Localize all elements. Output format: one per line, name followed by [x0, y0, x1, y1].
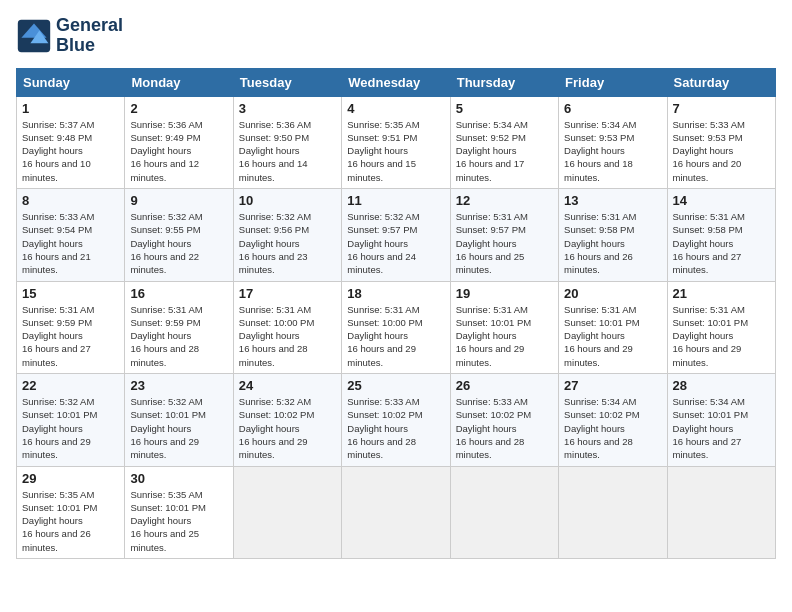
day-info: Sunrise: 5:32 AM Sunset: 9:55 PM Dayligh…	[130, 210, 227, 276]
calendar-cell: 18 Sunrise: 5:31 AM Sunset: 10:00 PM Day…	[342, 281, 450, 373]
day-info: Sunrise: 5:31 AM Sunset: 10:01 PM Daylig…	[564, 303, 661, 369]
calendar-cell: 23 Sunrise: 5:32 AM Sunset: 10:01 PM Day…	[125, 374, 233, 466]
day-number: 21	[673, 286, 770, 301]
day-info: Sunrise: 5:33 AM Sunset: 9:53 PM Dayligh…	[673, 118, 770, 184]
day-info: Sunrise: 5:33 AM Sunset: 10:02 PM Daylig…	[456, 395, 553, 461]
calendar-cell: 1 Sunrise: 5:37 AM Sunset: 9:48 PM Dayli…	[17, 96, 125, 188]
calendar-cell: 21 Sunrise: 5:31 AM Sunset: 10:01 PM Day…	[667, 281, 775, 373]
calendar-cell: 24 Sunrise: 5:32 AM Sunset: 10:02 PM Day…	[233, 374, 341, 466]
day-number: 17	[239, 286, 336, 301]
logo-icon	[16, 18, 52, 54]
calendar-cell: 26 Sunrise: 5:33 AM Sunset: 10:02 PM Day…	[450, 374, 558, 466]
day-number: 16	[130, 286, 227, 301]
day-info: Sunrise: 5:31 AM Sunset: 9:59 PM Dayligh…	[130, 303, 227, 369]
calendar-table: SundayMondayTuesdayWednesdayThursdayFrid…	[16, 68, 776, 559]
day-number: 26	[456, 378, 553, 393]
calendar-cell: 14 Sunrise: 5:31 AM Sunset: 9:58 PM Dayl…	[667, 189, 775, 281]
calendar-cell: 16 Sunrise: 5:31 AM Sunset: 9:59 PM Dayl…	[125, 281, 233, 373]
day-number: 25	[347, 378, 444, 393]
day-number: 3	[239, 101, 336, 116]
calendar-cell: 22 Sunrise: 5:32 AM Sunset: 10:01 PM Day…	[17, 374, 125, 466]
calendar-cell: 4 Sunrise: 5:35 AM Sunset: 9:51 PM Dayli…	[342, 96, 450, 188]
day-number: 29	[22, 471, 119, 486]
day-info: Sunrise: 5:34 AM Sunset: 9:53 PM Dayligh…	[564, 118, 661, 184]
calendar-cell: 5 Sunrise: 5:34 AM Sunset: 9:52 PM Dayli…	[450, 96, 558, 188]
weekday-header-friday: Friday	[559, 68, 667, 96]
weekday-header-sunday: Sunday	[17, 68, 125, 96]
day-info: Sunrise: 5:31 AM Sunset: 10:01 PM Daylig…	[673, 303, 770, 369]
calendar-cell: 13 Sunrise: 5:31 AM Sunset: 9:58 PM Dayl…	[559, 189, 667, 281]
day-info: Sunrise: 5:35 AM Sunset: 9:51 PM Dayligh…	[347, 118, 444, 184]
calendar-cell: 9 Sunrise: 5:32 AM Sunset: 9:55 PM Dayli…	[125, 189, 233, 281]
calendar-cell: 17 Sunrise: 5:31 AM Sunset: 10:00 PM Day…	[233, 281, 341, 373]
calendar-week-5: 29 Sunrise: 5:35 AM Sunset: 10:01 PM Day…	[17, 466, 776, 558]
day-info: Sunrise: 5:31 AM Sunset: 9:59 PM Dayligh…	[22, 303, 119, 369]
calendar-cell: 28 Sunrise: 5:34 AM Sunset: 10:01 PM Day…	[667, 374, 775, 466]
calendar-week-4: 22 Sunrise: 5:32 AM Sunset: 10:01 PM Day…	[17, 374, 776, 466]
day-number: 2	[130, 101, 227, 116]
weekday-header-tuesday: Tuesday	[233, 68, 341, 96]
day-number: 28	[673, 378, 770, 393]
day-info: Sunrise: 5:31 AM Sunset: 9:58 PM Dayligh…	[673, 210, 770, 276]
day-info: Sunrise: 5:32 AM Sunset: 10:02 PM Daylig…	[239, 395, 336, 461]
day-info: Sunrise: 5:34 AM Sunset: 10:01 PM Daylig…	[673, 395, 770, 461]
day-number: 6	[564, 101, 661, 116]
logo: General Blue	[16, 16, 123, 56]
day-info: Sunrise: 5:34 AM Sunset: 9:52 PM Dayligh…	[456, 118, 553, 184]
calendar-cell	[450, 466, 558, 558]
page-header: General Blue	[16, 16, 776, 56]
calendar-cell	[667, 466, 775, 558]
day-info: Sunrise: 5:34 AM Sunset: 10:02 PM Daylig…	[564, 395, 661, 461]
calendar-cell: 3 Sunrise: 5:36 AM Sunset: 9:50 PM Dayli…	[233, 96, 341, 188]
day-number: 27	[564, 378, 661, 393]
calendar-cell: 20 Sunrise: 5:31 AM Sunset: 10:01 PM Day…	[559, 281, 667, 373]
calendar-cell: 30 Sunrise: 5:35 AM Sunset: 10:01 PM Day…	[125, 466, 233, 558]
calendar-cell: 29 Sunrise: 5:35 AM Sunset: 10:01 PM Day…	[17, 466, 125, 558]
day-info: Sunrise: 5:33 AM Sunset: 9:54 PM Dayligh…	[22, 210, 119, 276]
day-info: Sunrise: 5:31 AM Sunset: 10:00 PM Daylig…	[239, 303, 336, 369]
day-number: 14	[673, 193, 770, 208]
day-number: 20	[564, 286, 661, 301]
day-info: Sunrise: 5:35 AM Sunset: 10:01 PM Daylig…	[22, 488, 119, 554]
day-number: 13	[564, 193, 661, 208]
calendar-cell: 19 Sunrise: 5:31 AM Sunset: 10:01 PM Day…	[450, 281, 558, 373]
calendar-week-1: 1 Sunrise: 5:37 AM Sunset: 9:48 PM Dayli…	[17, 96, 776, 188]
day-info: Sunrise: 5:31 AM Sunset: 9:58 PM Dayligh…	[564, 210, 661, 276]
logo-text: General Blue	[56, 16, 123, 56]
day-number: 24	[239, 378, 336, 393]
day-number: 15	[22, 286, 119, 301]
day-number: 11	[347, 193, 444, 208]
calendar-cell	[342, 466, 450, 558]
day-info: Sunrise: 5:37 AM Sunset: 9:48 PM Dayligh…	[22, 118, 119, 184]
day-info: Sunrise: 5:36 AM Sunset: 9:49 PM Dayligh…	[130, 118, 227, 184]
day-number: 22	[22, 378, 119, 393]
day-info: Sunrise: 5:35 AM Sunset: 10:01 PM Daylig…	[130, 488, 227, 554]
calendar-cell: 7 Sunrise: 5:33 AM Sunset: 9:53 PM Dayli…	[667, 96, 775, 188]
day-number: 10	[239, 193, 336, 208]
day-number: 18	[347, 286, 444, 301]
header-row: SundayMondayTuesdayWednesdayThursdayFrid…	[17, 68, 776, 96]
day-info: Sunrise: 5:31 AM Sunset: 10:01 PM Daylig…	[456, 303, 553, 369]
calendar-cell: 10 Sunrise: 5:32 AM Sunset: 9:56 PM Dayl…	[233, 189, 341, 281]
calendar-cell: 25 Sunrise: 5:33 AM Sunset: 10:02 PM Day…	[342, 374, 450, 466]
weekday-header-thursday: Thursday	[450, 68, 558, 96]
day-info: Sunrise: 5:32 AM Sunset: 10:01 PM Daylig…	[130, 395, 227, 461]
day-info: Sunrise: 5:32 AM Sunset: 9:56 PM Dayligh…	[239, 210, 336, 276]
day-number: 7	[673, 101, 770, 116]
calendar-cell: 12 Sunrise: 5:31 AM Sunset: 9:57 PM Dayl…	[450, 189, 558, 281]
calendar-cell: 15 Sunrise: 5:31 AM Sunset: 9:59 PM Dayl…	[17, 281, 125, 373]
day-info: Sunrise: 5:33 AM Sunset: 10:02 PM Daylig…	[347, 395, 444, 461]
day-number: 5	[456, 101, 553, 116]
day-number: 4	[347, 101, 444, 116]
day-info: Sunrise: 5:31 AM Sunset: 9:57 PM Dayligh…	[456, 210, 553, 276]
calendar-cell	[233, 466, 341, 558]
day-number: 30	[130, 471, 227, 486]
weekday-header-monday: Monday	[125, 68, 233, 96]
calendar-cell: 27 Sunrise: 5:34 AM Sunset: 10:02 PM Day…	[559, 374, 667, 466]
calendar-cell: 6 Sunrise: 5:34 AM Sunset: 9:53 PM Dayli…	[559, 96, 667, 188]
day-number: 8	[22, 193, 119, 208]
calendar-cell: 11 Sunrise: 5:32 AM Sunset: 9:57 PM Dayl…	[342, 189, 450, 281]
day-info: Sunrise: 5:31 AM Sunset: 10:00 PM Daylig…	[347, 303, 444, 369]
calendar-cell	[559, 466, 667, 558]
day-number: 1	[22, 101, 119, 116]
